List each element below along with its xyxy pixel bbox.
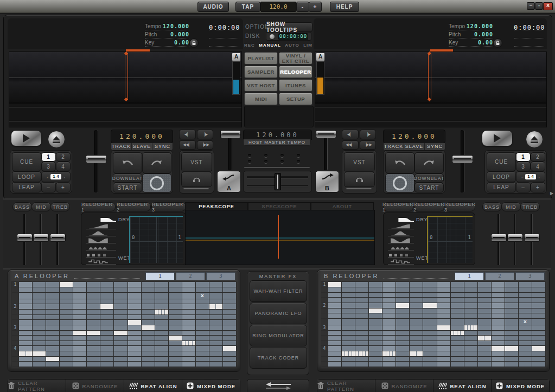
step-cell[interactable]: [182, 325, 195, 330]
step-subcell[interactable]: [342, 351, 345, 356]
step-cell[interactable]: [196, 315, 209, 320]
step-cell[interactable]: [478, 287, 491, 292]
step-cell[interactable]: [60, 282, 73, 287]
step-cell[interactable]: [169, 351, 182, 356]
step-cell[interactable]: [100, 304, 113, 309]
step-cell[interactable]: [223, 320, 236, 325]
step-cell[interactable]: [478, 325, 491, 330]
step-cell[interactable]: [209, 293, 222, 299]
step-cell[interactable]: [423, 282, 436, 287]
step-cell[interactable]: [423, 331, 436, 336]
minimize-button[interactable]: –: [527, 2, 535, 10]
step-cell[interactable]: [410, 293, 423, 298]
step-cell[interactable]: [382, 341, 395, 346]
step-cell[interactable]: [410, 325, 423, 330]
step-cell[interactable]: [46, 299, 59, 304]
step-cell[interactable]: [60, 320, 73, 325]
leap-minus-button[interactable]: –: [41, 182, 56, 192]
step-subcell[interactable]: [189, 341, 192, 346]
step-cell[interactable]: [60, 325, 73, 330]
step-cell[interactable]: [114, 315, 127, 320]
step-cell[interactable]: [451, 319, 464, 325]
step-cell[interactable]: [410, 287, 423, 292]
step-cell[interactable]: [19, 315, 32, 320]
step-cell[interactable]: [169, 299, 182, 304]
step-cell[interactable]: [100, 346, 113, 351]
step-cell[interactable]: [169, 331, 182, 336]
step-cell[interactable]: [169, 341, 182, 346]
step-cell[interactable]: [369, 351, 382, 356]
downbeat-marker-button[interactable]: [385, 173, 414, 192]
mode-auto[interactable]: AUTO: [285, 43, 299, 48]
step-cell[interactable]: [209, 299, 222, 304]
step-cell[interactable]: [142, 293, 155, 299]
step-cell[interactable]: [87, 320, 100, 325]
step-cell[interactable]: [209, 287, 222, 292]
step-subcell[interactable]: [216, 304, 222, 309]
step-cell[interactable]: [382, 362, 395, 367]
step-cell[interactable]: [464, 303, 477, 308]
lfo-shape-hill[interactable]: [388, 229, 414, 236]
step-cell[interactable]: [223, 341, 236, 346]
step-cell[interactable]: [355, 298, 368, 303]
step-cell[interactable]: [423, 357, 436, 362]
step-cell[interactable]: [451, 331, 464, 336]
step-cell[interactable]: [114, 310, 127, 314]
step-cell[interactable]: [169, 320, 182, 325]
leap-button[interactable]: LEAP: [487, 182, 516, 192]
step-cell[interactable]: [532, 341, 545, 346]
step-cell[interactable]: [451, 357, 464, 362]
step-cell[interactable]: [60, 315, 73, 320]
step-subcell[interactable]: [464, 325, 467, 330]
step-cell[interactable]: [46, 351, 59, 356]
step-cell[interactable]: [19, 287, 32, 292]
menu-sampler-button[interactable]: SAMPLER: [244, 66, 278, 78]
step-cell[interactable]: [464, 331, 477, 336]
help-button[interactable]: HELP: [330, 2, 359, 12]
step-cell[interactable]: [73, 357, 86, 362]
step-cell[interactable]: [464, 298, 477, 303]
step-cell[interactable]: [128, 287, 141, 292]
deck-a-eject-button[interactable]: [48, 131, 65, 148]
step-cell[interactable]: [87, 310, 100, 314]
step-cell[interactable]: [19, 304, 32, 309]
step-cell[interactable]: [532, 282, 545, 287]
step-cell[interactable]: [342, 341, 355, 346]
step-cell[interactable]: [73, 362, 86, 367]
channel-a-fader[interactable]: [220, 130, 241, 138]
step-cell[interactable]: [532, 325, 545, 330]
step-cell[interactable]: [437, 341, 450, 346]
deck-a-autogain-button[interactable]: A: [232, 53, 241, 61]
step-subcell[interactable]: [162, 310, 164, 314]
step-cell[interactable]: [369, 336, 382, 340]
step-cell[interactable]: [532, 346, 545, 351]
step-cell[interactable]: [33, 299, 46, 304]
channel-b-fader[interactable]: [316, 130, 336, 138]
step-cell[interactable]: [328, 362, 341, 367]
step-subcell[interactable]: [393, 351, 395, 356]
lfo-shape-fade-out-selected[interactable]: [86, 216, 116, 222]
step-cell[interactable]: [355, 309, 368, 313]
step-cell[interactable]: [46, 315, 59, 320]
step-cell[interactable]: [60, 287, 73, 292]
step-cell[interactable]: [464, 293, 477, 298]
step-cell[interactable]: [355, 325, 368, 330]
step-cell[interactable]: [155, 346, 168, 351]
step-cell[interactable]: [196, 357, 209, 362]
master-fx-panoramic-lfo-button[interactable]: PANORAMIC LFO: [250, 303, 307, 324]
step-cell[interactable]: [182, 315, 195, 320]
step-cell[interactable]: [114, 282, 127, 287]
step-cell[interactable]: [328, 293, 341, 298]
step-cell[interactable]: [142, 331, 155, 336]
step-cell[interactable]: [155, 310, 168, 314]
step-cell[interactable]: [396, 303, 409, 308]
beat-align-button[interactable]: BEAT ALIGN: [433, 380, 492, 392]
step-cell[interactable]: [73, 336, 86, 340]
master-fx-ring-modulator-button[interactable]: RING MODULATOR: [250, 325, 307, 346]
tab-treb[interactable]: TREB: [520, 202, 540, 211]
step-cell[interactable]: [369, 331, 382, 336]
step-subcell[interactable]: [474, 325, 477, 330]
step-cell[interactable]: [492, 298, 505, 303]
step-cell[interactable]: [73, 325, 86, 330]
step-cell[interactable]: [423, 293, 436, 298]
